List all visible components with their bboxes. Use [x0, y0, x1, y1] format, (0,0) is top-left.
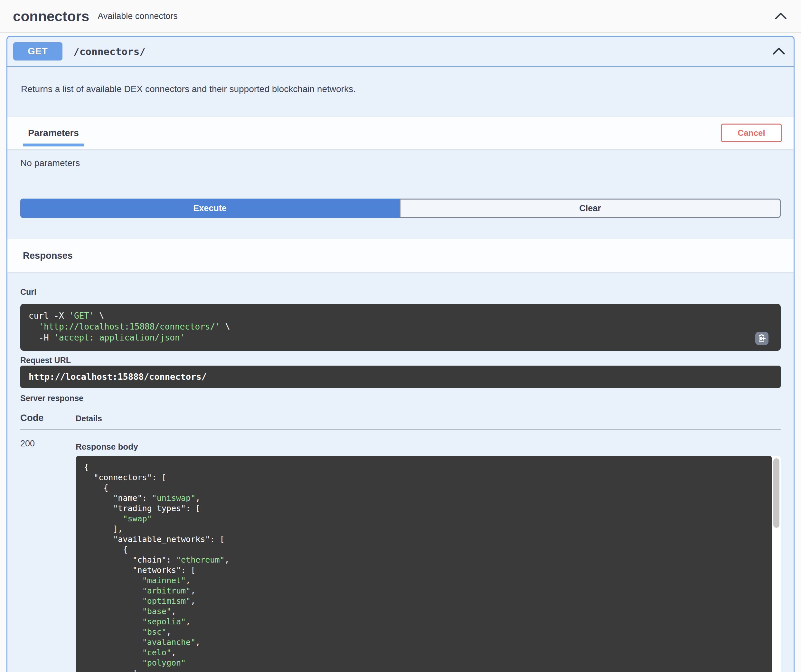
request-url-block: http://localhost:15888/connectors/: [20, 366, 781, 388]
collapse-operation-button[interactable]: [770, 44, 788, 59]
response-row-200: 200 Response body { "connectors": [ { "n…: [20, 430, 781, 672]
operation-summary[interactable]: GET /connectors/: [7, 37, 794, 67]
tab-parameters[interactable]: Parameters: [23, 117, 84, 149]
tag-subtitle: Available connectors: [98, 11, 178, 21]
tag-title: connectors: [13, 8, 89, 24]
no-parameters-text: No parameters: [20, 158, 781, 168]
details-column-header: Details: [76, 413, 781, 423]
server-response-label: Server response: [20, 394, 781, 403]
curl-command-block: curl -X 'GET' \ 'http://localhost:15888/…: [20, 304, 781, 351]
cancel-button[interactable]: Cancel: [721, 124, 782, 142]
get-connectors-operation: GET /connectors/ Returns a list of avail…: [6, 36, 795, 672]
chevron-up-icon: [774, 11, 788, 21]
collapse-section-button[interactable]: [772, 9, 790, 23]
request-url-value: http://localhost:15888/connectors/: [29, 372, 207, 382]
response-table-header: Code Details: [20, 413, 781, 430]
parameters-body: No parameters: [7, 149, 794, 199]
operation-description-text: Returns a list of available DEX connecto…: [21, 84, 780, 94]
clipboard-copy-icon: [758, 334, 766, 343]
curl-command-text: curl -X 'GET' \ 'http://localhost:15888/…: [29, 310, 772, 343]
execute-button[interactable]: Execute: [20, 199, 399, 218]
response-body-code: { "connectors": [ { "name": "uniswap", "…: [76, 456, 772, 672]
execute-wrapper: Execute Clear: [7, 199, 794, 218]
responses-inner: Curl curl -X 'GET' \ 'http://localhost:1…: [7, 288, 794, 672]
http-method-badge: GET: [13, 42, 63, 61]
response-body-label: Response body: [76, 442, 781, 452]
request-url-label: Request URL: [20, 355, 781, 365]
parameters-section-header: Parameters Cancel: [7, 117, 794, 149]
responses-section-label: Responses: [23, 251, 73, 261]
status-code: 200: [20, 439, 35, 449]
response-body-scrollbar[interactable]: [773, 458, 779, 528]
copy-to-clipboard-button[interactable]: [755, 332, 769, 345]
responses-section-header: Responses: [7, 239, 794, 272]
curl-label: Curl: [20, 288, 781, 297]
chevron-up-icon: [772, 46, 786, 57]
code-column-header: Code: [20, 413, 76, 423]
operation-path: /connectors/: [73, 46, 146, 57]
tag-section-header[interactable]: connectors Available connectors: [0, 0, 801, 33]
clear-button[interactable]: Clear: [399, 199, 781, 218]
server-response-table: Code Details 200 Response body { "connec…: [20, 413, 781, 672]
response-body-json: { "connectors": [ { "name": "uniswap", "…: [84, 462, 764, 672]
execute-button-group: Execute Clear: [20, 199, 781, 218]
response-body-block: { "connectors": [ { "name": "uniswap", "…: [76, 456, 781, 672]
operation-description: Returns a list of available DEX connecto…: [7, 67, 794, 117]
parameters-tab-label: Parameters: [28, 128, 79, 138]
